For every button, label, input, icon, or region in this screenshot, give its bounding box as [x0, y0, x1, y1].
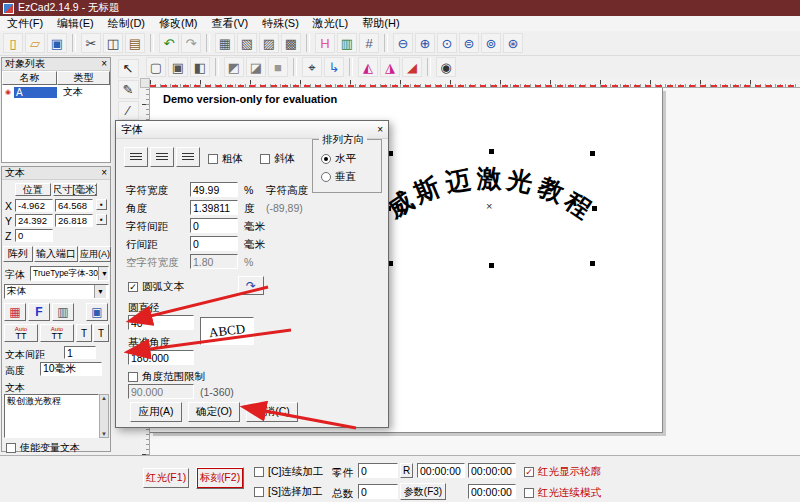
- save-icon[interactable]: ▣: [47, 33, 67, 53]
- diameter-field[interactable]: 40: [128, 315, 194, 330]
- base-angle-field[interactable]: 180.000: [128, 350, 194, 365]
- close-icon[interactable]: ×: [101, 168, 107, 178]
- mark-button[interactable]: 标刻(F2): [196, 467, 244, 489]
- menu-item-7[interactable]: 帮助(H): [355, 16, 406, 31]
- save-font-button[interactable]: ▣: [86, 303, 108, 321]
- selection-handle[interactable]: [590, 261, 595, 266]
- menu-item-0[interactable]: 文件(F): [0, 16, 50, 31]
- preview-eye-icon[interactable]: ◉: [436, 57, 456, 77]
- zoom-all-icon[interactable]: ⊚: [481, 33, 501, 53]
- node-edit-select-icon[interactable]: ▣: [168, 57, 188, 77]
- selection-handle[interactable]: [489, 149, 494, 154]
- continuous-mark-checkbox[interactable]: [C]连续加工: [254, 465, 323, 479]
- x-size-field[interactable]: 64.568: [55, 199, 93, 212]
- column-header-type[interactable]: 类型: [57, 71, 110, 85]
- char-space-field[interactable]: 0: [190, 218, 238, 233]
- mirror-vertical-icon[interactable]: ◮: [380, 57, 400, 77]
- align-right-button[interactable]: [176, 147, 200, 167]
- array-tool-4-icon[interactable]: ▩: [281, 33, 301, 53]
- new-document-icon[interactable]: ▯: [3, 33, 23, 53]
- size-header[interactable]: 尺寸[毫米]: [53, 183, 97, 196]
- unlock-icon[interactable]: ◪: [246, 57, 266, 77]
- align-center-button[interactable]: [150, 147, 174, 167]
- red-light-contour-checkbox[interactable]: ✓ 红光显示轮廓: [524, 465, 601, 479]
- node-edit-icon[interactable]: ✎: [118, 80, 139, 99]
- aspect-lock-button[interactable]: ▪: [96, 199, 107, 210]
- reset-counter-button[interactable]: R: [400, 463, 413, 478]
- zoom-out-icon[interactable]: ⊖: [393, 33, 413, 53]
- checkbox-box[interactable]: [128, 372, 138, 382]
- hatch-icon[interactable]: H: [315, 33, 335, 53]
- checkbox-box[interactable]: [260, 154, 270, 164]
- cut-icon[interactable]: ✂: [81, 33, 101, 53]
- open-folder-icon[interactable]: ▱: [25, 33, 45, 53]
- menu-item-2[interactable]: 绘制(D): [101, 16, 152, 31]
- auto-text-button-1[interactable]: Auto TT: [4, 324, 38, 342]
- x-position-field[interactable]: -4.962: [15, 199, 53, 212]
- array-tool-1-icon[interactable]: ▦: [215, 33, 235, 53]
- angle-limit-checkbox[interactable]: 角度范围限制: [128, 370, 205, 384]
- pan-icon[interactable]: ⊛: [503, 33, 523, 53]
- scroll-down-icon[interactable]: ▼: [101, 431, 107, 437]
- paste-icon[interactable]: ▤: [125, 33, 145, 53]
- input-port-tab-button[interactable]: 输入端口: [34, 246, 78, 262]
- group-select-icon[interactable]: ◧: [190, 57, 210, 77]
- arc-text-checkbox[interactable]: ✓ 圆弧文本: [128, 280, 184, 294]
- marquee-select-icon[interactable]: ▢: [146, 57, 166, 77]
- object-name-cell[interactable]: A: [14, 87, 57, 98]
- apply-button[interactable]: 应用(A): [79, 246, 111, 262]
- line-space-field[interactable]: 0: [190, 236, 238, 251]
- menu-item-6[interactable]: 激光(L): [306, 16, 355, 31]
- text-direction-button-2[interactable]: T: [93, 324, 109, 342]
- textarea-scrollbar[interactable]: ▲ ▼: [99, 394, 109, 438]
- close-icon[interactable]: ×: [101, 59, 107, 69]
- lock-icon[interactable]: ◩: [224, 57, 244, 77]
- radio-circle[interactable]: [321, 154, 331, 164]
- grid-icon[interactable]: #: [359, 33, 379, 53]
- menu-item-5[interactable]: 特殊(S): [255, 16, 306, 31]
- scroll-up-icon[interactable]: ▲: [101, 395, 107, 401]
- column-header-name[interactable]: 名称: [2, 71, 57, 85]
- array-tab-button[interactable]: 阵列: [3, 246, 33, 262]
- zoom-window-icon[interactable]: ⊙: [437, 33, 457, 53]
- zoom-page-icon[interactable]: ⊜: [459, 33, 479, 53]
- align-left-button[interactable]: [124, 147, 148, 167]
- menu-item-4[interactable]: 查看(V): [205, 16, 256, 31]
- dialog-cancel-button[interactable]: 取消(C): [246, 402, 298, 422]
- font-f-button[interactable]: F: [28, 303, 50, 321]
- copy-icon[interactable]: ◫: [103, 33, 123, 53]
- variable-text-checkbox[interactable]: 使能变量文本: [6, 441, 80, 455]
- selection-handle[interactable]: [590, 151, 595, 156]
- parameter-button[interactable]: 参数(F3): [400, 483, 446, 500]
- red-light-button[interactable]: 红光(F1): [143, 468, 189, 488]
- corner-arrow-icon[interactable]: ↳: [324, 57, 344, 77]
- array-tool-2-icon[interactable]: ▧: [237, 33, 257, 53]
- font-name-dropdown[interactable]: 宋体 ▼: [4, 284, 109, 299]
- refresh-size-button[interactable]: ▪: [96, 214, 107, 225]
- checkbox-box[interactable]: ✓: [524, 467, 534, 477]
- bold-checkbox[interactable]: 粗体: [208, 152, 243, 166]
- rotate-icon[interactable]: ◢: [402, 57, 422, 77]
- dialog-apply-button[interactable]: 应用(A): [130, 402, 182, 422]
- checkbox-box[interactable]: [208, 154, 218, 164]
- vertical-radio[interactable]: 垂直: [321, 170, 356, 184]
- mirror-horizontal-icon[interactable]: ◭: [358, 57, 378, 77]
- checkbox-box[interactable]: [254, 487, 264, 497]
- select-arrow-icon[interactable]: ↖: [118, 59, 139, 78]
- selection-handle[interactable]: [489, 263, 494, 268]
- text-content-textarea[interactable]: 毅创激光教程: [4, 394, 99, 438]
- move-to-origin-icon[interactable]: ⌖: [302, 57, 322, 77]
- chevron-down-icon[interactable]: ▼: [94, 285, 106, 298]
- total-count-field[interactable]: 0: [358, 484, 398, 499]
- checkbox-box[interactable]: [524, 488, 534, 498]
- checkbox-box[interactable]: ✓: [128, 282, 138, 292]
- arc-preview-button[interactable]: ↷: [238, 276, 264, 295]
- font-type-dropdown[interactable]: TrueType字体-30 ▼: [30, 266, 109, 281]
- text-spacing-field[interactable]: 1: [64, 346, 96, 359]
- italic-checkbox[interactable]: 斜体: [260, 152, 295, 166]
- selection-handle[interactable]: [592, 206, 597, 211]
- height-field[interactable]: 10毫米: [40, 362, 102, 376]
- y-size-field[interactable]: 26.818: [55, 214, 93, 227]
- line-tool-icon[interactable]: ∕: [118, 101, 139, 120]
- text-direction-button-1[interactable]: T: [76, 324, 92, 342]
